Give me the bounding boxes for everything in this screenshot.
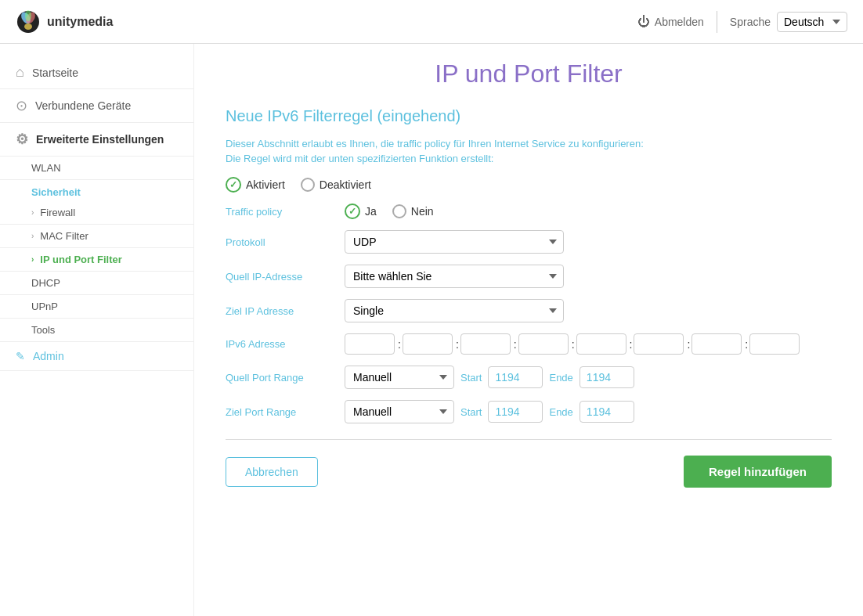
- upnp-label: UPnP: [31, 301, 58, 312]
- ipv6-field-4[interactable]: [518, 333, 569, 355]
- ziel-port-row: Ziel Port Range Manuell Automatisch Star…: [226, 400, 832, 423]
- nein-radio: [392, 204, 406, 218]
- main-content: IP und Port Filter Neue IPv6 Filterregel…: [194, 44, 863, 616]
- ja-option[interactable]: Ja: [345, 204, 377, 219]
- erweiterte-einstellungen-label: Erweiterte Einstellungen: [36, 133, 164, 146]
- quell-ip-label: Quell IP-Adresse: [226, 271, 335, 283]
- quell-ende-input[interactable]: [580, 366, 634, 388]
- startseite-label: Startseite: [32, 67, 78, 79]
- admin-icon: ✎: [16, 350, 25, 362]
- add-rule-button[interactable]: Regel hinzufügen: [684, 456, 832, 488]
- svg-point-4: [24, 23, 32, 30]
- sidebar-item-erweiterte-einstellungen[interactable]: ⚙ Erweiterte Einstellungen: [0, 123, 193, 157]
- ipv6-field-2[interactable]: [403, 333, 453, 355]
- quell-port-select[interactable]: Manuell Automatisch: [345, 366, 454, 389]
- sidebar-item-ip-port-filter[interactable]: › IP und Port Filter: [0, 248, 193, 272]
- quell-port-label: Quell Port Range: [226, 372, 335, 384]
- sprache-label: Sprache: [730, 16, 771, 28]
- ziel-ip-select[interactable]: Single Range Subnetz: [345, 299, 564, 322]
- admin-label: Admin: [33, 350, 64, 362]
- logo-icon: [16, 9, 41, 34]
- deaktiviert-option[interactable]: Deaktiviert: [301, 178, 371, 192]
- desc1: Dieser Abschnitt erlaubt es Ihnen, die t…: [226, 138, 832, 149]
- protokoll-select[interactable]: UDP TCP ICMP Alle: [345, 230, 564, 254]
- nein-option[interactable]: Nein: [392, 204, 434, 218]
- ziel-port-label: Ziel Port Range: [226, 406, 335, 418]
- ziel-ip-row: Ziel IP Adresse Single Range Subnetz: [226, 299, 832, 322]
- header: unitymedia ⏻ Abmelden Sprache Deutsch En…: [0, 0, 863, 44]
- ziel-port-select[interactable]: Manuell Automatisch: [345, 400, 454, 423]
- ipv6-sep-6: :: [687, 338, 690, 351]
- sidebar: ⌂ Startseite ⊙ Verbundene Geräte ⚙ Erwei…: [0, 44, 194, 616]
- btn-row: Abbrechen Regel hinzufügen: [226, 456, 832, 488]
- abmelden-button[interactable]: ⏻ Abmelden: [637, 15, 704, 29]
- header-right: ⏻ Abmelden Sprache Deutsch English: [637, 11, 847, 33]
- layout: ⌂ Startseite ⊙ Verbundene Geräte ⚙ Erwei…: [0, 44, 863, 616]
- quell-start-label: Start: [460, 372, 482, 384]
- ziel-ip-label: Ziel IP Adresse: [226, 305, 335, 317]
- quell-start-input[interactable]: [488, 366, 543, 388]
- ziel-start-label: Start: [460, 406, 482, 418]
- sprache-select[interactable]: Deutsch English: [777, 12, 847, 32]
- aktiviert-check: [226, 177, 241, 193]
- firewall-label: Firewall: [40, 207, 75, 218]
- ipv6-row: IPv6 Adresse : : : : : : :: [226, 333, 832, 355]
- quell-port-controls: Manuell Automatisch Start Ende: [345, 366, 634, 389]
- chevron-right-icon-ip: ›: [31, 255, 34, 264]
- cancel-button[interactable]: Abbrechen: [226, 457, 318, 487]
- ipv6-sep-2: :: [456, 338, 459, 351]
- chevron-right-icon: ›: [31, 208, 34, 217]
- quell-ip-row: Quell IP-Adresse Bitte wählen Sie Single…: [226, 265, 832, 288]
- ziel-port-controls: Manuell Automatisch Start Ende: [345, 400, 634, 423]
- ipv6-field-8[interactable]: [749, 333, 800, 355]
- sidebar-item-dhcp[interactable]: DHCP: [0, 272, 193, 295]
- logo: unitymedia: [16, 9, 113, 34]
- desc2: Die Regel wird mit der unten spezifizier…: [226, 153, 832, 164]
- ipv6-field-5[interactable]: [576, 333, 626, 355]
- chevron-right-icon-mac: ›: [31, 232, 34, 240]
- ipv6-sep-7: :: [745, 338, 748, 351]
- deaktiviert-radio: [301, 178, 315, 192]
- ziel-start-input[interactable]: [488, 401, 543, 423]
- abmelden-label: Abmelden: [655, 16, 704, 28]
- sicherheit-section-label: Sicherheit: [0, 180, 193, 201]
- svg-point-3: [25, 10, 31, 21]
- ipv6-fields: : : : : : : :: [345, 333, 801, 355]
- ipv6-field-3[interactable]: [460, 333, 511, 355]
- home-icon: ⌂: [16, 64, 24, 81]
- sidebar-item-admin[interactable]: ✎ Admin: [0, 342, 193, 371]
- ipv6-field-1[interactable]: [345, 333, 395, 355]
- aktiviert-group: Aktiviert Deaktiviert: [226, 177, 371, 193]
- aktiviert-row: Aktiviert Deaktiviert: [226, 177, 832, 193]
- traffic-policy-label: Traffic policy: [226, 206, 335, 218]
- ipv6-sep-4: :: [572, 338, 575, 351]
- nein-label: Nein: [411, 205, 434, 218]
- settings-icon: ⚙: [16, 131, 28, 148]
- quell-ip-select[interactable]: Bitte wählen Sie Single Range Subnetz: [345, 265, 564, 288]
- ziel-ende-input[interactable]: [580, 401, 634, 423]
- sprache-section: Sprache Deutsch English: [730, 12, 847, 32]
- logo-text: unitymedia: [47, 15, 113, 29]
- ipv6-field-7[interactable]: [691, 333, 742, 355]
- ipv6-sep-3: :: [514, 338, 517, 351]
- sidebar-item-verbundene-geraete[interactable]: ⊙ Verbundene Geräte: [0, 89, 193, 123]
- ipv6-sep-5: :: [630, 338, 633, 351]
- sidebar-item-mac-filter[interactable]: › MAC Filter: [0, 225, 193, 248]
- wlan-label: WLAN: [31, 162, 61, 174]
- ipv6-sep-1: :: [398, 338, 401, 351]
- ipv6-field-6[interactable]: [634, 333, 684, 355]
- sidebar-item-wlan[interactable]: WLAN: [0, 157, 193, 180]
- sidebar-item-upnp[interactable]: UPnP: [0, 295, 193, 319]
- sidebar-item-firewall[interactable]: › Firewall: [0, 201, 193, 225]
- protokoll-label: Protokoll: [226, 236, 335, 248]
- ja-check: [345, 204, 360, 219]
- mac-filter-label: MAC Filter: [40, 230, 88, 242]
- sidebar-item-tools[interactable]: Tools: [0, 319, 193, 342]
- ziel-ende-label: Ende: [549, 406, 572, 418]
- sidebar-item-startseite[interactable]: ⌂ Startseite: [0, 56, 193, 89]
- form-divider: [226, 439, 832, 440]
- ip-port-filter-label: IP und Port Filter: [40, 254, 122, 265]
- aktiviert-option[interactable]: Aktiviert: [226, 177, 285, 193]
- dhcp-label: DHCP: [31, 277, 60, 289]
- aktiviert-label: Aktiviert: [246, 178, 285, 191]
